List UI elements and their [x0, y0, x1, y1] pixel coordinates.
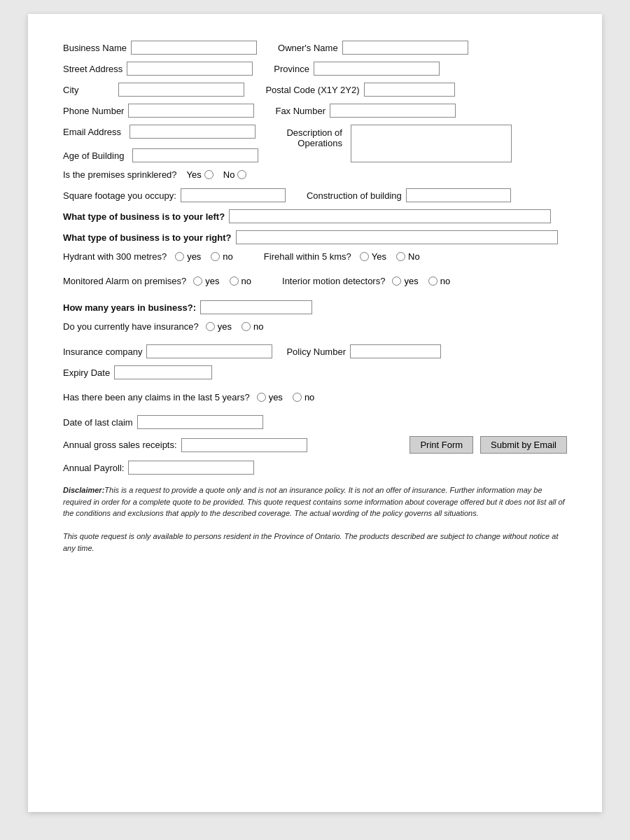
hydrant-label: Hydrant with 300 metres?: [63, 251, 167, 262]
postal-code-input[interactable]: [364, 83, 455, 97]
claims-no-label: no: [304, 392, 314, 402]
disclaimer-text2: This quote request is only available to …: [63, 532, 558, 552]
sprinkler-yes-group[interactable]: Yes: [187, 169, 214, 180]
description-textarea[interactable]: [351, 125, 512, 162]
province-label: Province: [274, 64, 309, 74]
firehall-yes-group[interactable]: Yes: [360, 251, 386, 262]
annual-payroll-input[interactable]: [128, 461, 254, 475]
print-form-button[interactable]: Print Form: [410, 436, 473, 454]
years-in-business-label: How many years in business?:: [63, 302, 196, 313]
sprinkler-no-group[interactable]: No: [223, 169, 247, 180]
submit-email-button[interactable]: Submit by Email: [480, 436, 567, 454]
sprinkler-label: Is the premises sprinklered?: [63, 169, 177, 180]
insurance-company-label: Insurance company: [63, 346, 142, 357]
age-of-building-input[interactable]: [132, 148, 258, 162]
firehall-label: Firehall within 5 kms?: [264, 251, 351, 262]
years-in-business-input[interactable]: [200, 300, 312, 314]
business-name-label: Business Name: [63, 43, 127, 53]
date-of-last-claim-label: Date of last claim: [63, 417, 133, 428]
sprinkler-no-label: No: [223, 169, 235, 180]
sprinkler-yes-label: Yes: [187, 169, 202, 180]
sprinkler-no-radio[interactable]: [237, 170, 246, 179]
street-address-label: Street Address: [63, 64, 122, 74]
expiry-date-label: Expiry Date: [63, 368, 110, 378]
hydrant-no-radio[interactable]: [211, 252, 220, 261]
business-left-label: What type of business is to your left?: [63, 211, 225, 222]
construction-label: Construction of building: [307, 190, 402, 201]
policy-number-label: Policy Number: [286, 346, 346, 357]
hydrant-no-group[interactable]: no: [211, 251, 232, 262]
motion-no-label: no: [440, 276, 450, 286]
date-of-last-claim-input[interactable]: [137, 415, 263, 429]
square-footage-input[interactable]: [181, 188, 286, 202]
province-input[interactable]: [314, 62, 440, 76]
insurance-yes-label: yes: [218, 321, 232, 332]
alarm-no-radio[interactable]: [230, 276, 239, 286]
form-page: Business Name Owner's Name Street Addres…: [28, 14, 602, 812]
annual-payroll-label: Annual Payroll:: [63, 463, 124, 473]
business-right-label: What type of business is to your right?: [63, 232, 232, 243]
insurance-no-label: no: [253, 321, 263, 332]
monitored-alarm-label: Monitored Alarm on premises?: [63, 276, 186, 286]
sprinkler-yes-radio[interactable]: [204, 170, 214, 179]
motion-yes-group[interactable]: yes: [392, 276, 418, 286]
city-input[interactable]: [118, 83, 244, 97]
motion-yes-label: yes: [404, 276, 418, 286]
claims-yes-radio[interactable]: [257, 393, 266, 402]
firehall-yes-label: Yes: [372, 251, 386, 262]
description-label-line1: Description of: [286, 127, 342, 138]
disclaimer-text1: This is a request to provide a quote onl…: [63, 486, 565, 517]
insurance-yes-radio[interactable]: [206, 322, 215, 331]
insurance-yes-group[interactable]: yes: [206, 321, 232, 332]
current-insurance-label: Do you currently have insurance?: [63, 321, 199, 332]
fax-number-input[interactable]: [330, 104, 456, 118]
owners-name-label: Owner's Name: [278, 43, 338, 53]
alarm-no-group[interactable]: no: [230, 276, 251, 286]
business-right-input[interactable]: [236, 230, 558, 244]
street-address-input[interactable]: [127, 62, 253, 76]
hydrant-yes-label: yes: [187, 251, 201, 262]
motion-yes-radio[interactable]: [392, 276, 401, 286]
alarm-no-label: no: [241, 276, 251, 286]
insurance-company-input[interactable]: [146, 344, 272, 358]
description-label-line2: Operations: [298, 138, 342, 148]
claims-no-group[interactable]: no: [293, 392, 314, 402]
disclaimer-title: Disclaimer:: [63, 486, 104, 494]
hydrant-no-label: no: [223, 251, 232, 262]
alarm-yes-radio[interactable]: [193, 276, 202, 286]
insurance-no-group[interactable]: no: [241, 321, 263, 332]
phone-number-label: Phone Number: [63, 106, 124, 116]
firehall-no-radio[interactable]: [396, 252, 405, 261]
postal-code-label: Postal Code (X1Y 2Y2): [265, 85, 359, 95]
annual-gross-label: Annual gross sales receipts:: [63, 440, 177, 450]
claims-label: Has there been any claims in the last 5 …: [63, 392, 250, 402]
policy-number-input[interactable]: [350, 344, 441, 358]
business-left-input[interactable]: [229, 209, 551, 223]
age-of-building-label: Age of Building: [63, 150, 124, 161]
square-footage-label: Square footage you occupy:: [63, 190, 176, 201]
business-name-input[interactable]: [131, 41, 257, 55]
insurance-no-radio[interactable]: [241, 322, 251, 331]
claims-yes-label: yes: [269, 392, 283, 402]
firehall-yes-radio[interactable]: [360, 252, 369, 261]
firehall-no-group[interactable]: No: [396, 251, 420, 262]
city-label: City: [63, 85, 78, 95]
email-address-input[interactable]: [130, 125, 255, 139]
disclaimer-section: Disclaimer:This is a request to provide …: [63, 484, 567, 554]
construction-input[interactable]: [406, 188, 511, 202]
alarm-yes-label: yes: [205, 276, 219, 286]
motion-no-group[interactable]: no: [428, 276, 450, 286]
motion-no-radio[interactable]: [428, 276, 438, 286]
firehall-no-label: No: [408, 251, 420, 262]
phone-number-input[interactable]: [128, 104, 254, 118]
claims-no-radio[interactable]: [293, 393, 302, 402]
owners-name-input[interactable]: [342, 41, 468, 55]
fax-number-label: Fax Number: [275, 106, 326, 116]
hydrant-yes-group[interactable]: yes: [175, 251, 201, 262]
annual-gross-input[interactable]: [181, 438, 307, 452]
alarm-yes-group[interactable]: yes: [193, 276, 219, 286]
claims-yes-group[interactable]: yes: [257, 392, 283, 402]
interior-motion-label: Interior motion detectors?: [282, 276, 385, 286]
hydrant-yes-radio[interactable]: [175, 252, 184, 261]
expiry-date-input[interactable]: [114, 365, 212, 379]
